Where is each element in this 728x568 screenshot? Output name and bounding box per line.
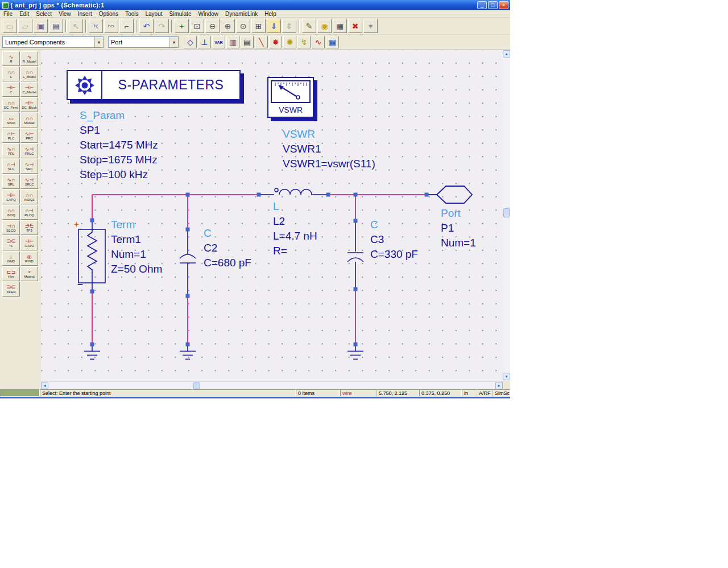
hscroll-thumb[interactable] [193, 382, 200, 389]
menu-options[interactable]: Options [96, 11, 122, 17]
data-display-icon[interactable]: ▦ [333, 19, 347, 33]
menu-simulate[interactable]: Simulate [166, 11, 195, 17]
l2-name-label[interactable]: L2 [273, 215, 285, 228]
palette-item-srl[interactable]: ∿∩SRL [2, 174, 20, 189]
palette-item-indq2[interactable]: ∩∩INDQ2 [20, 190, 38, 204]
combo-dropdown-icon[interactable]: ▼ [94, 37, 103, 47]
palette-item-l_model[interactable]: ∩∩L_Model [20, 67, 38, 81]
undo-icon[interactable]: ↶ [139, 19, 154, 33]
palette-item-plcq[interactable]: ∩⊣PLCQ [20, 205, 38, 220]
p1-name-label[interactable]: P1 [441, 222, 454, 234]
component-pin-icon[interactable]: ⊦▭ [104, 19, 118, 33]
palette-item-mutind[interactable]: ∝Mutind [20, 266, 38, 281]
menu-file[interactable]: File [0, 11, 16, 17]
palette-item-tf[interactable]: ∋∈TF [2, 236, 20, 250]
palette-item-dc_block[interactable]: ⊣⊢DC_Block [20, 97, 38, 112]
vswr-expr-label[interactable]: VSWR1=vswr(S11) [283, 158, 375, 170]
scroll-left-icon[interactable]: ◄ [41, 382, 48, 389]
open-design-icon[interactable]: ▱ [18, 19, 32, 33]
titlebar[interactable]: [ ant_prj ] gps * (Schematic):1 _ □ × [0, 0, 510, 10]
print-icon[interactable]: ▤ [49, 19, 63, 33]
palette-item-prlc[interactable]: ∿⊣PRLC [20, 143, 38, 158]
palette-item-plc[interactable]: ∩⊢PLC [2, 128, 20, 143]
palette-item-xfer[interactable]: ∋∈XFER [2, 282, 20, 297]
save-design-icon[interactable]: ▣ [34, 19, 48, 33]
zoom-area-icon[interactable]: ⊙ [236, 19, 250, 33]
insert-port-icon[interactable]: ◇ [184, 36, 197, 48]
zoom-select-icon[interactable]: ⊡ [190, 19, 204, 33]
vscroll-thumb[interactable] [503, 208, 510, 217]
term1-name-label[interactable]: Term1 [111, 233, 141, 246]
c3-type-label[interactable]: C [370, 219, 378, 231]
p1-num-label[interactable]: Num=1 [441, 237, 476, 249]
stop-simulation-icon[interactable]: ✖ [348, 19, 362, 33]
palette-item-src[interactable]: ∿⊣SRC [20, 159, 38, 174]
component-select-combobox[interactable]: Port ▼ [108, 36, 179, 48]
select-cursor-icon[interactable]: ↖ [69, 19, 83, 33]
palette-select-combobox[interactable]: Lumped Components ▼ [2, 36, 104, 48]
insert-var-icon[interactable]: VAR [212, 36, 225, 48]
delete-icon[interactable]: ⌐ [119, 19, 134, 33]
probe-icon[interactable]: ↯ [297, 36, 311, 48]
sparam-step-label[interactable]: Step=100 kHz [80, 168, 148, 181]
palette-item-prc[interactable]: ∿⊢PRC [20, 128, 38, 143]
palette-item-slcq[interactable]: ⊣∩SLCQ [2, 220, 20, 235]
term1-z-label[interactable]: Z=50 Ohm [111, 263, 162, 275]
s-parameters-controller[interactable]: S-PARAMETERS [67, 70, 241, 100]
p1-type-label[interactable]: Port [441, 207, 461, 220]
menu-layout[interactable]: Layout [142, 11, 166, 17]
close-button[interactable]: × [499, 1, 508, 9]
zoom-out-icon[interactable]: ⊖ [205, 19, 220, 33]
menu-select[interactable]: Select [32, 11, 55, 17]
vswr-type-label[interactable]: VSWR [283, 128, 315, 141]
insert-ground-icon[interactable]: ⊥ [198, 36, 211, 48]
palette-item-l[interactable]: ∩∩L [2, 67, 20, 81]
p1-symbol[interactable] [427, 186, 472, 203]
palette-item-c[interactable]: ⊣⊢C [2, 82, 20, 97]
combo-dropdown-icon[interactable]: ▼ [169, 37, 178, 47]
wizard-icon[interactable]: ✶ [363, 19, 378, 33]
c2-name-label[interactable]: C2 [204, 242, 217, 254]
insert-wire-icon[interactable]: ╲ [255, 36, 268, 48]
palette-item-gap2[interactable]: ⊣⊢GAP2 [20, 236, 38, 250]
component-history-icon[interactable]: ⊦( [89, 19, 103, 33]
deactivate-component-icon[interactable]: ✸ [269, 36, 282, 48]
palette-item-tf3[interactable]: ∋∈TF3 [20, 220, 38, 235]
palette-item-dc_feed[interactable]: ∩∩DC_Feed [2, 97, 20, 112]
palette-item-c_model[interactable]: ⊣⊢C_Model [20, 82, 38, 97]
menu-insert[interactable]: Insert [75, 11, 96, 17]
menu-dynamiclink[interactable]: DynamicLink [222, 11, 261, 17]
simulate-icon[interactable]: ✺ [283, 36, 296, 48]
palette-item-indq[interactable]: ∩∩INDQ [2, 205, 20, 220]
term1-num-label[interactable]: Num=1 [111, 248, 146, 261]
component-library-icon[interactable]: ◉ [317, 19, 332, 33]
c3-symbol[interactable] [348, 221, 363, 289]
ground-symbol[interactable] [84, 344, 363, 359]
palette-item-slc[interactable]: ∩⊣SLC [2, 159, 20, 174]
c3-name-label[interactable]: C3 [370, 233, 384, 246]
c2-value-label[interactable]: C=680 pF [204, 257, 251, 269]
menu-window[interactable]: Window [195, 11, 222, 17]
palette-item-short[interactable]: ▭Short [2, 113, 20, 127]
move-icon[interactable]: + [175, 19, 189, 33]
view-all-icon[interactable]: ⊞ [251, 19, 266, 33]
redo-icon[interactable]: ↷ [155, 19, 169, 33]
l2-type-label[interactable]: L [273, 200, 279, 213]
menu-edit[interactable]: Edit [16, 11, 32, 17]
palette-item-prl[interactable]: ∿∩PRL [2, 143, 20, 158]
wire-label-icon[interactable]: ✎ [302, 19, 316, 33]
term1-type-label[interactable]: Term [111, 219, 135, 231]
palette-item-gnd[interactable]: ⊥GND [2, 251, 20, 266]
menu-view[interactable]: View [55, 11, 75, 17]
menu-help[interactable]: Help [261, 11, 280, 17]
l2-r-label[interactable]: R= [273, 245, 287, 257]
palette-item-hier[interactable]: ⊏⊐Hier [2, 266, 20, 281]
vertical-scrollbar[interactable]: ▲ ▼ [503, 50, 510, 389]
c3-value-label[interactable]: C=330 pF [370, 248, 418, 261]
l2-value-label[interactable]: L=4.7 nH [273, 230, 317, 242]
data-display-window-icon[interactable]: ▥ [226, 36, 239, 48]
new-design-icon[interactable]: ▭ [3, 19, 17, 33]
sparam-start-label[interactable]: Start=1475 MHz [80, 139, 158, 151]
palette-item-r[interactable]: ∿R [2, 51, 20, 66]
zoom-in-icon[interactable]: ⊕ [221, 19, 235, 33]
